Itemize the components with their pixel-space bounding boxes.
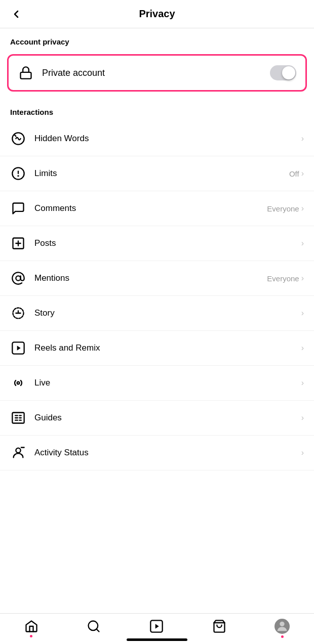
svg-point-23 xyxy=(16,448,20,453)
nav-reels[interactable] xyxy=(149,619,164,633)
reels-label: Reels and Remix xyxy=(34,343,100,353)
story-icon xyxy=(10,305,26,321)
chevron-icon: › xyxy=(301,274,304,283)
hidden-words-icon xyxy=(10,131,26,147)
svg-point-9 xyxy=(16,276,20,280)
reels-icon xyxy=(10,340,26,356)
chevron-icon: › xyxy=(301,134,304,143)
mentions-label: Mentions xyxy=(34,273,69,283)
nav-search[interactable] xyxy=(87,619,101,633)
svg-rect-0 xyxy=(21,72,31,79)
limits-value: Off xyxy=(289,169,299,178)
home-bar xyxy=(127,638,187,641)
private-account-label: Private account xyxy=(42,68,105,78)
list-item-limits[interactable]: Limits Off › xyxy=(0,156,314,191)
posts-label: Posts xyxy=(34,238,56,248)
svg-line-2 xyxy=(15,135,16,136)
main-content: Account privacy Private account Interact… xyxy=(0,28,314,511)
mentions-value: Everyone xyxy=(267,274,299,283)
private-account-left: Private account xyxy=(18,65,105,81)
svg-marker-28 xyxy=(155,624,159,628)
chevron-icon: › xyxy=(301,378,304,388)
svg-line-26 xyxy=(97,629,99,631)
back-button[interactable] xyxy=(10,8,22,20)
chevron-icon: › xyxy=(301,204,304,213)
limits-icon xyxy=(10,165,26,182)
list-item-story[interactable]: Story › xyxy=(0,296,314,331)
live-label: Live xyxy=(34,378,50,388)
list-item-guides[interactable]: Guides › xyxy=(0,401,314,436)
limits-label: Limits xyxy=(34,168,57,179)
guides-label: Guides xyxy=(34,413,62,423)
interactions-label: Interactions xyxy=(0,99,314,121)
svg-point-5 xyxy=(18,176,18,176)
page-title: Privacy xyxy=(139,8,175,20)
list-item-live[interactable]: Live › xyxy=(0,366,314,401)
svg-point-15 xyxy=(17,382,20,384)
profile-dot xyxy=(281,635,284,638)
list-item-activity-status[interactable]: Activity Status › xyxy=(0,436,314,470)
chevron-icon: › xyxy=(301,413,304,422)
svg-marker-14 xyxy=(17,346,21,350)
toggle-knob xyxy=(282,66,295,79)
chevron-icon: › xyxy=(301,239,304,248)
list-item-posts[interactable]: Posts › xyxy=(0,226,314,261)
nav-profile[interactable] xyxy=(274,619,290,634)
comments-icon xyxy=(10,200,26,217)
private-account-row[interactable]: Private account xyxy=(7,54,307,92)
posts-icon xyxy=(10,235,26,251)
live-icon xyxy=(10,375,26,391)
hidden-words-label: Hidden Words xyxy=(34,134,89,144)
list-item-hidden-words[interactable]: Hidden Words › xyxy=(0,121,314,156)
lock-icon xyxy=(18,65,34,81)
account-privacy-label: Account privacy xyxy=(0,28,314,51)
mentions-icon xyxy=(10,270,26,286)
home-dot xyxy=(30,635,32,637)
nav-home[interactable] xyxy=(24,619,38,633)
private-account-toggle[interactable] xyxy=(270,65,296,80)
nav-shop[interactable] xyxy=(212,619,226,633)
story-label: Story xyxy=(34,308,55,318)
chevron-icon: › xyxy=(301,309,304,318)
chevron-icon: › xyxy=(301,344,304,353)
chevron-icon: › xyxy=(301,448,304,457)
list-item-mentions[interactable]: Mentions Everyone › xyxy=(0,261,314,296)
activity-status-label: Activity Status xyxy=(34,448,89,458)
avatar xyxy=(274,619,290,634)
list-item-reels[interactable]: Reels and Remix › xyxy=(0,331,314,366)
list-item-comments[interactable]: Comments Everyone › xyxy=(0,191,314,226)
guides-icon xyxy=(10,410,26,426)
chevron-icon: › xyxy=(301,169,304,178)
header: Privacy xyxy=(0,0,314,28)
comments-label: Comments xyxy=(34,203,76,213)
comments-value: Everyone xyxy=(267,204,299,213)
activity-icon xyxy=(10,445,26,461)
svg-point-30 xyxy=(280,622,285,626)
